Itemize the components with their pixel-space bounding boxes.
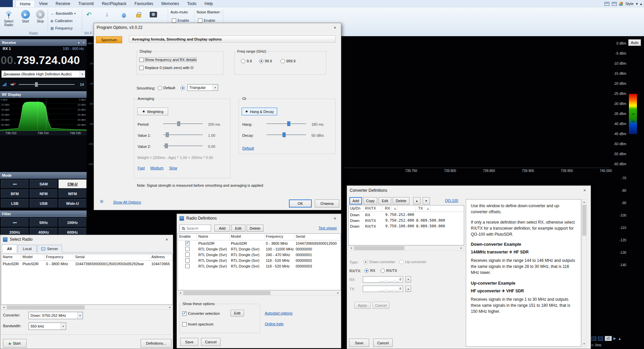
scroll-right-icon[interactable]: ► <box>459 246 464 250</box>
smoothing-custom-radio[interactable] <box>181 85 185 91</box>
screenshot-button[interactable] <box>149 10 158 19</box>
collapse-ribbon-icon[interactable]: ▴ <box>640 2 642 6</box>
definitions-table[interactable]: Enable Name Model Frequency Serial Pluto… <box>178 233 341 290</box>
scroll-left-icon[interactable]: ◄ <box>1 305 6 309</box>
rx-spinner-down[interactable]: ▼ <box>405 276 411 283</box>
filter-button-50hz[interactable]: 50Hz <box>30 218 58 227</box>
converters-table[interactable]: Up/Dn RX/TX RX ▵ TX ▵ Down RX 9.750.252.… <box>348 205 464 245</box>
close-button[interactable]: × <box>329 214 341 222</box>
table-header[interactable]: Up/Dn RX/TX RX ▵ TX ▵ <box>349 206 464 212</box>
table-row[interactable]: PlutoSDR PlutoSDR 0 - 3800 MHz 104473965… <box>1 261 172 267</box>
table-row[interactable]: RTL Dongle (Svr) RTL Dongle (Svr) 118 - … <box>178 263 341 269</box>
add-button[interactable]: Add <box>349 197 362 205</box>
tab-view[interactable]: View <box>35 0 52 7</box>
scroll-down-icon[interactable]: ▼ <box>582 341 586 346</box>
horizontal-scrollbar[interactable]: ◄ ► <box>1 305 173 310</box>
tab-home[interactable]: Home <box>15 0 35 7</box>
apply-button[interactable]: Apply <box>354 302 370 309</box>
lock-button[interactable] <box>134 10 143 19</box>
move-down-button[interactable]: ▼ <box>423 197 430 205</box>
mode-button-bfm[interactable]: BFM <box>1 189 29 198</box>
enable-checkbox[interactable] <box>185 258 190 263</box>
table-row[interactable]: Down RX/TX 9.750.100.000 8.089.500.000 <box>349 223 464 229</box>
period-slider[interactable] <box>163 121 203 126</box>
edit-converter-button[interactable]: Edit <box>231 310 244 316</box>
move-down-button[interactable]: ↓ <box>103 10 111 19</box>
edit-button[interactable]: Edit <box>231 225 245 232</box>
close-button[interactable]: × <box>161 235 172 243</box>
chevron-down-icon[interactable]: ▾ <box>78 41 80 45</box>
mode-button-nfm[interactable]: NFM <box>30 189 58 198</box>
move-up-button[interactable]: ▲ <box>413 197 420 205</box>
mode-more-button[interactable]: ••• <box>1 179 29 188</box>
tab-local[interactable]: Local <box>18 245 37 252</box>
audio-device-select[interactable]: Динамики (Realtek High Definition Audio)… <box>1 70 85 78</box>
scroll-up-icon[interactable]: ▲ <box>582 199 586 205</box>
horizontal-scrollbar[interactable]: ◄ ► <box>178 290 341 295</box>
mode-button-cwu[interactable]: CW-U <box>58 179 87 188</box>
freq-range-999-radio[interactable]: 999.9 <box>281 58 296 64</box>
enable-checkbox[interactable] <box>185 264 190 268</box>
level-meter-icon[interactable] <box>3 83 6 86</box>
autostart-options-link[interactable]: Autostart options <box>265 311 293 315</box>
close-button[interactable]: × <box>579 186 590 194</box>
start-button[interactable]: ▶ Start <box>3 339 27 348</box>
definitions-button[interactable]: Definitions... <box>141 339 171 348</box>
cancel-button[interactable]: Cancel <box>373 339 393 347</box>
scroll-left-icon[interactable]: ◄ <box>178 291 183 295</box>
medium-link[interactable]: Medium <box>150 166 163 170</box>
cancel-button[interactable]: Отмена <box>315 199 339 208</box>
delete-button[interactable]: Delete <box>393 197 409 205</box>
zoom-factor-badge[interactable]: x5 <box>605 336 612 341</box>
fast-link[interactable]: Fast <box>138 166 145 170</box>
rx-radio[interactable]: RX <box>364 268 375 274</box>
delete-button[interactable]: Delete <box>247 225 263 232</box>
chevron-down-icon[interactable]: ▾ <box>636 2 638 6</box>
hang-decay-toggle[interactable]: ★ Hang & Decay <box>242 108 277 115</box>
auto-scale-button[interactable]: Auto <box>628 39 641 46</box>
table-row[interactable]: Down RX 9.750.252.000 <box>349 212 464 218</box>
text-viewer-link[interactable]: Text viewer <box>318 226 337 230</box>
monitor-icon[interactable] <box>612 2 617 6</box>
weighting-toggle[interactable]: ★ Weighting <box>137 108 168 115</box>
undo-previous-button[interactable]: ↶ <box>85 10 93 19</box>
mode-button-sam[interactable]: SAM <box>30 179 58 188</box>
converter-select[interactable]: Down: 9750.252 MHz ▾ <box>29 312 83 319</box>
audio-button[interactable] <box>119 10 128 19</box>
mode-panel-header[interactable]: Mode <box>0 172 87 179</box>
style-button[interactable]: Style <box>625 2 633 6</box>
tx-spinner-up[interactable]: ▲ <box>405 286 411 292</box>
filter-more-button[interactable]: ••• <box>1 218 29 227</box>
start-button[interactable]: ▶ Start <box>17 9 34 34</box>
tab-help[interactable]: Help <box>201 0 217 7</box>
app-menu-button[interactable] <box>0 0 13 7</box>
radio-list-table[interactable]: Name Model Frequency Serial Address Plut… <box>1 254 173 305</box>
table-row[interactable]: RTL Dongle (Svr) RTL Dongle (Svr) 240 - … <box>178 252 341 257</box>
add-button[interactable]: Add <box>214 225 230 232</box>
edit-button[interactable]: Edit <box>379 197 391 205</box>
bandwidth-dropdown[interactable]: ↔ Bandwidth ▾ <box>50 10 76 16</box>
tab-server[interactable]: Server <box>37 245 62 252</box>
bandwidth-select[interactable]: 550 kHz ▾ <box>29 323 66 330</box>
nav-tab-spectrum[interactable]: Spectrum <box>96 36 122 43</box>
tab-memories[interactable]: Memories <box>157 0 183 7</box>
copy-button[interactable]: Copy <box>363 197 377 205</box>
decay-slider[interactable] <box>266 132 306 137</box>
tab-receive[interactable]: Receive <box>52 0 74 7</box>
mode-button-lsb[interactable]: LSB <box>1 199 29 208</box>
frequency-display[interactable]: 00.739.724.040 <box>0 51 87 69</box>
display-icon[interactable] <box>591 337 596 341</box>
display-icon[interactable] <box>598 337 603 341</box>
freq-range-9-radio[interactable]: 9.9 <box>241 58 252 64</box>
enable-checkbox[interactable] <box>185 252 190 257</box>
value2-slider[interactable] <box>163 143 203 149</box>
rf-display-thumbnail[interactable]: 0 dBm -10 dBm -20 dBm -30 dBm -40 dBm -5… <box>0 98 87 131</box>
mute-icon[interactable]: × <box>10 82 15 86</box>
hang-slider[interactable] <box>266 121 306 126</box>
table-row[interactable]: RTL Dongle (Svr) RTL Dongle (Svr) 100 - … <box>178 246 341 252</box>
stop-button[interactable]: ■ Stop <box>32 9 48 34</box>
select-radio-button[interactable]: Select Radio <box>1 9 17 34</box>
tab-rec-playback[interactable]: Rec/Playback <box>98 0 130 7</box>
monitor-icon[interactable] <box>604 2 609 6</box>
expand-icon[interactable]: ▲ <box>618 337 622 341</box>
